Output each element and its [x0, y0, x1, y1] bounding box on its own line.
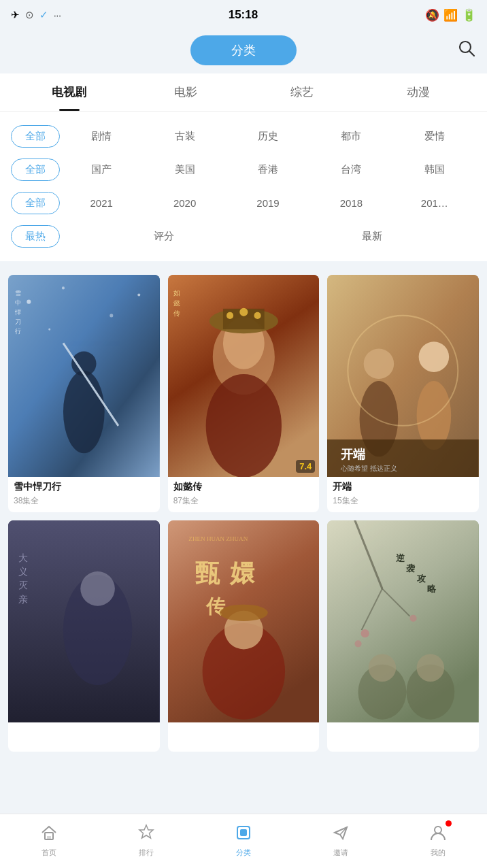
svg-text:甄: 甄 [195, 560, 220, 587]
nav-home[interactable]: 首页 [0, 818, 97, 858]
svg-point-25 [205, 374, 281, 477]
svg-text:义: 义 [18, 566, 28, 577]
drama-info-2: 如懿传 87集全 [168, 477, 320, 512]
filter-row-genre: 全部 剧情 古装 历史 都市 爱情 [0, 120, 487, 153]
status-right-icons: 🔕 📶 🔋 [425, 8, 476, 22]
svg-line-1 [470, 51, 475, 56]
nav-invite[interactable]: 邀请 [292, 818, 390, 858]
svg-rect-69 [47, 836, 51, 839]
drama-card-3[interactable]: 开端 心随希望 抵达正义 开端 15集全 [327, 275, 479, 512]
filter-region-kr[interactable]: 韩国 [393, 159, 476, 180]
filter-region-all[interactable]: 全部 [11, 158, 60, 181]
svg-text:嬛: 嬛 [229, 560, 256, 587]
filter-year-2021[interactable]: 2021 [60, 193, 143, 213]
mine-badge-wrap [429, 823, 448, 845]
drama-info-1: 雪中悍刀行 38集全 [8, 477, 160, 512]
filter-year-2017[interactable]: 201… [393, 193, 476, 213]
filter-region-hk[interactable]: 香港 [226, 159, 309, 180]
filter-region-china[interactable]: 国产 [60, 159, 143, 180]
search-button[interactable] [457, 39, 476, 63]
svg-point-66 [369, 654, 396, 681]
drama-episodes-2: 87集全 [173, 495, 314, 507]
home-icon [39, 823, 58, 845]
drama-card-2[interactable]: 如 懿 传 7.4 如懿传 87集全 [168, 275, 320, 512]
filter-region-tw[interactable]: 台湾 [309, 159, 392, 180]
svg-text:ZHEN HUAN ZHUAN: ZHEN HUAN ZHUAN [188, 535, 248, 541]
tab-variety[interactable]: 综艺 [244, 73, 360, 111]
drama-card-5[interactable]: 甄 嬛 传 ZHEN HUAN ZHUAN [168, 520, 320, 752]
wifi-icon: 📶 [443, 8, 458, 22]
top-nav: 分类 [0, 30, 487, 73]
drama-title-6 [333, 727, 473, 736]
nav-rank[interactable]: 排行 [97, 818, 195, 858]
svg-point-32 [419, 341, 450, 372]
filter-sort-hot[interactable]: 最热 [11, 225, 60, 248]
svg-text:袭: 袭 [406, 563, 416, 573]
drama-title-3: 开端 [333, 481, 473, 493]
filter-genre-drama[interactable]: 剧情 [60, 126, 143, 147]
filter-genre-costume[interactable]: 古装 [143, 126, 226, 147]
drama-title-5 [173, 727, 314, 736]
svg-text:如: 如 [173, 289, 180, 297]
svg-text:大: 大 [18, 552, 28, 563]
svg-text:亲: 亲 [18, 593, 28, 604]
filter-year-2020[interactable]: 2020 [143, 193, 226, 213]
mine-badge [446, 820, 452, 827]
filter-year-2018[interactable]: 2018 [309, 193, 392, 213]
poster-svg-3: 开端 心随希望 抵达正义 [327, 275, 479, 477]
drama-grid-section: 雪 中 悍 刀 行 雪中悍刀行 38集全 [0, 267, 487, 813]
filter-genre-all[interactable]: 全部 [11, 125, 60, 148]
svg-text:行: 行 [15, 328, 21, 335]
poster-svg-6: 逆 袭 攻 略 [327, 520, 479, 722]
drama-title-2: 如懿传 [173, 481, 314, 493]
svg-text:攻: 攻 [416, 573, 426, 584]
bottom-nav: 首页 排行 分类 邀请 [0, 814, 487, 868]
svg-text:雪: 雪 [15, 290, 21, 297]
filter-genre-history[interactable]: 历史 [226, 126, 309, 147]
drama-card-6[interactable]: 逆 袭 攻 略 [327, 520, 479, 752]
nav-mine[interactable]: 我的 [390, 818, 487, 858]
svg-rect-72 [240, 829, 247, 836]
drama-info-3: 开端 15集全 [327, 477, 479, 512]
filter-genre-romance[interactable]: 爱情 [393, 126, 476, 147]
filter-region-us[interactable]: 美国 [143, 159, 226, 180]
svg-point-22 [226, 312, 233, 319]
category-icon [234, 823, 253, 845]
status-left-icons: ✈ ⊙ ✓ ··· [11, 9, 61, 21]
filter-sort-score[interactable]: 评分 [60, 226, 268, 247]
svg-point-8 [48, 329, 50, 331]
svg-point-23 [239, 308, 248, 316]
tab-movie[interactable]: 电影 [127, 73, 244, 111]
svg-point-74 [435, 827, 441, 833]
svg-text:懿: 懿 [173, 299, 180, 307]
drama-thumb-2: 如 懿 传 7.4 [168, 275, 320, 477]
svg-point-44 [80, 571, 115, 606]
svg-text:略: 略 [427, 584, 437, 594]
drama-card-1[interactable]: 雪 中 悍 刀 行 雪中悍刀行 38集全 [8, 275, 160, 512]
filter-genre-items: 剧情 古装 历史 都市 爱情 [60, 126, 476, 147]
poster-svg-1: 雪 中 悍 刀 行 [8, 275, 160, 477]
tab-anime[interactable]: 动漫 [360, 73, 476, 111]
filter-year-all[interactable]: 全部 [11, 192, 60, 214]
filter-year-2019[interactable]: 2019 [226, 193, 309, 213]
airplane-icon: ✈ [11, 9, 20, 21]
drama-episodes-6 [333, 738, 473, 746]
filter-region-items: 国产 美国 香港 台湾 韩国 [60, 159, 476, 180]
category-title-button[interactable]: 分类 [190, 35, 297, 65]
bell-mute-icon: 🔕 [425, 8, 439, 22]
filter-genre-city[interactable]: 都市 [309, 126, 392, 147]
svg-text:中: 中 [15, 299, 21, 306]
rank-icon [137, 823, 156, 845]
svg-point-52 [220, 605, 268, 621]
svg-text:悍: 悍 [14, 309, 21, 316]
svg-point-24 [254, 312, 261, 319]
drama-info-6 [327, 722, 479, 752]
svg-text:心随希望 抵达正义: 心随希望 抵达正义 [341, 465, 398, 472]
tab-tv[interactable]: 电视剧 [11, 73, 127, 111]
filter-sort-newest[interactable]: 最新 [268, 226, 476, 247]
drama-card-4[interactable]: 大 义 灭 亲 [8, 520, 160, 752]
drama-thumb-5: 甄 嬛 传 ZHEN HUAN ZHUAN [168, 520, 320, 722]
nav-category[interactable]: 分类 [195, 818, 292, 858]
svg-text:灭: 灭 [18, 580, 28, 590]
filters-section: 全部 剧情 古装 历史 都市 爱情 全部 国产 美国 香港 台湾 韩国 全部 2… [0, 112, 487, 261]
